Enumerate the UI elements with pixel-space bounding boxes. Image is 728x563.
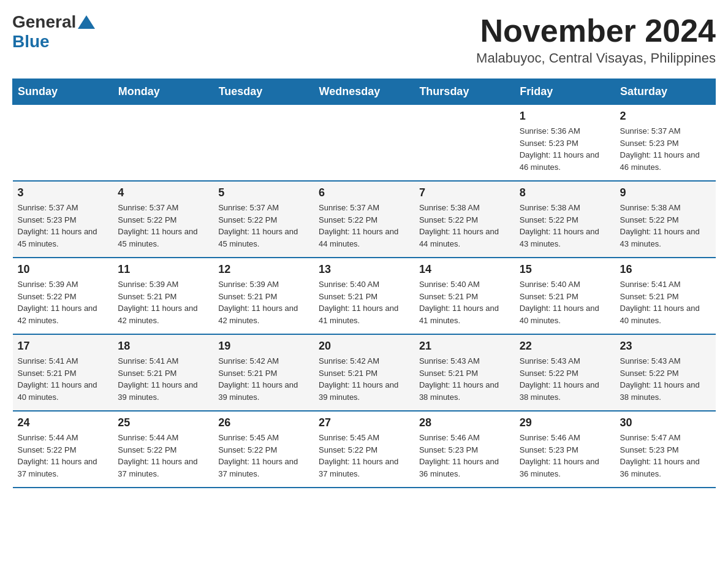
calendar-day-cell: 16Sunrise: 5:41 AM Sunset: 5:21 PM Dayli… [615, 258, 716, 334]
day-info: Sunrise: 5:41 AM Sunset: 5:21 PM Dayligh… [18, 355, 108, 403]
day-info: Sunrise: 5:40 AM Sunset: 5:21 PM Dayligh… [419, 278, 510, 326]
day-number: 18 [118, 340, 208, 353]
weekday-header-sunday: Sunday [13, 79, 113, 105]
logo-triangle-icon [78, 15, 95, 29]
day-info: Sunrise: 5:38 AM Sunset: 5:22 PM Dayligh… [520, 202, 610, 250]
calendar-day-cell [13, 105, 113, 182]
day-number: 19 [218, 340, 309, 353]
day-number: 23 [620, 340, 711, 353]
day-number: 9 [620, 186, 711, 199]
day-number: 11 [118, 263, 208, 276]
weekday-header-tuesday: Tuesday [213, 79, 314, 105]
day-number: 25 [118, 416, 208, 429]
location-title: Malabuyoc, Central Visayas, Philippines [476, 50, 716, 66]
day-info: Sunrise: 5:45 AM Sunset: 5:22 PM Dayligh… [218, 432, 309, 480]
calendar-day-cell: 20Sunrise: 5:42 AM Sunset: 5:21 PM Dayli… [314, 334, 414, 411]
day-info: Sunrise: 5:39 AM Sunset: 5:22 PM Dayligh… [18, 278, 108, 326]
calendar-day-cell: 11Sunrise: 5:39 AM Sunset: 5:21 PM Dayli… [113, 258, 213, 334]
calendar-day-cell: 2Sunrise: 5:37 AM Sunset: 5:23 PM Daylig… [615, 105, 716, 182]
calendar-day-cell: 4Sunrise: 5:37 AM Sunset: 5:22 PM Daylig… [113, 181, 213, 258]
calendar-day-cell: 6Sunrise: 5:37 AM Sunset: 5:22 PM Daylig… [314, 181, 414, 258]
calendar-day-cell: 25Sunrise: 5:44 AM Sunset: 5:22 PM Dayli… [113, 411, 213, 488]
day-number: 27 [319, 416, 409, 429]
calendar-day-cell: 29Sunrise: 5:46 AM Sunset: 5:23 PM Dayli… [515, 411, 615, 488]
calendar-day-cell: 17Sunrise: 5:41 AM Sunset: 5:21 PM Dayli… [13, 334, 113, 411]
calendar-table: SundayMondayTuesdayWednesdayThursdayFrid… [12, 79, 716, 488]
day-number: 24 [18, 416, 108, 429]
calendar-day-cell: 13Sunrise: 5:40 AM Sunset: 5:21 PM Dayli… [314, 258, 414, 334]
calendar-day-cell: 14Sunrise: 5:40 AM Sunset: 5:21 PM Dayli… [414, 258, 515, 334]
day-info: Sunrise: 5:37 AM Sunset: 5:23 PM Dayligh… [620, 125, 711, 173]
calendar-day-cell: 26Sunrise: 5:45 AM Sunset: 5:22 PM Dayli… [213, 411, 314, 488]
calendar-day-cell [213, 105, 314, 182]
calendar-day-cell: 7Sunrise: 5:38 AM Sunset: 5:22 PM Daylig… [414, 181, 515, 258]
day-info: Sunrise: 5:40 AM Sunset: 5:21 PM Dayligh… [520, 278, 610, 326]
calendar-day-cell: 12Sunrise: 5:39 AM Sunset: 5:21 PM Dayli… [213, 258, 314, 334]
weekday-header-wednesday: Wednesday [314, 79, 414, 105]
calendar-day-cell [113, 105, 213, 182]
day-number: 2 [620, 110, 711, 123]
day-number: 15 [520, 263, 610, 276]
day-info: Sunrise: 5:37 AM Sunset: 5:23 PM Dayligh… [18, 202, 108, 250]
day-info: Sunrise: 5:47 AM Sunset: 5:23 PM Dayligh… [620, 432, 711, 480]
calendar-day-cell: 18Sunrise: 5:41 AM Sunset: 5:21 PM Dayli… [113, 334, 213, 411]
weekday-header-row: SundayMondayTuesdayWednesdayThursdayFrid… [13, 79, 716, 105]
calendar-day-cell [414, 105, 515, 182]
calendar-day-cell: 10Sunrise: 5:39 AM Sunset: 5:22 PM Dayli… [13, 258, 113, 334]
calendar-day-cell: 19Sunrise: 5:42 AM Sunset: 5:21 PM Dayli… [213, 334, 314, 411]
day-number: 4 [118, 186, 208, 199]
day-number: 5 [218, 186, 309, 199]
logo: General Blue [12, 12, 97, 52]
calendar-week-row: 24Sunrise: 5:44 AM Sunset: 5:22 PM Dayli… [13, 411, 716, 488]
calendar-week-row: 17Sunrise: 5:41 AM Sunset: 5:21 PM Dayli… [13, 334, 716, 411]
day-info: Sunrise: 5:37 AM Sunset: 5:22 PM Dayligh… [118, 202, 208, 250]
day-number: 14 [419, 263, 510, 276]
day-number: 17 [18, 340, 108, 353]
calendar-week-row: 1Sunrise: 5:36 AM Sunset: 5:23 PM Daylig… [13, 105, 716, 182]
calendar-week-row: 10Sunrise: 5:39 AM Sunset: 5:22 PM Dayli… [13, 258, 716, 334]
title-area: November 2024 Malabuyoc, Central Visayas… [476, 12, 716, 66]
day-number: 6 [319, 186, 409, 199]
day-info: Sunrise: 5:41 AM Sunset: 5:21 PM Dayligh… [118, 355, 208, 403]
day-number: 29 [520, 416, 610, 429]
day-info: Sunrise: 5:38 AM Sunset: 5:22 PM Dayligh… [419, 202, 510, 250]
header: General Blue November 2024 Malabuyoc, Ce… [12, 12, 716, 66]
day-number: 7 [419, 186, 510, 199]
logo-general-text: General [12, 12, 76, 32]
calendar-day-cell: 22Sunrise: 5:43 AM Sunset: 5:22 PM Dayli… [515, 334, 615, 411]
calendar-day-cell: 28Sunrise: 5:46 AM Sunset: 5:23 PM Dayli… [414, 411, 515, 488]
day-info: Sunrise: 5:44 AM Sunset: 5:22 PM Dayligh… [18, 432, 108, 480]
day-number: 28 [419, 416, 510, 429]
weekday-header-friday: Friday [515, 79, 615, 105]
weekday-header-saturday: Saturday [615, 79, 716, 105]
day-info: Sunrise: 5:44 AM Sunset: 5:22 PM Dayligh… [118, 432, 208, 480]
logo-blue-text: Blue [12, 32, 50, 52]
day-number: 10 [18, 263, 108, 276]
calendar-day-cell: 30Sunrise: 5:47 AM Sunset: 5:23 PM Dayli… [615, 411, 716, 488]
day-info: Sunrise: 5:45 AM Sunset: 5:22 PM Dayligh… [319, 432, 409, 480]
day-number: 8 [520, 186, 610, 199]
calendar-day-cell: 3Sunrise: 5:37 AM Sunset: 5:23 PM Daylig… [13, 181, 113, 258]
day-number: 20 [319, 340, 409, 353]
day-number: 3 [18, 186, 108, 199]
day-info: Sunrise: 5:39 AM Sunset: 5:21 PM Dayligh… [218, 278, 309, 326]
day-number: 1 [520, 110, 610, 123]
calendar-day-cell: 23Sunrise: 5:43 AM Sunset: 5:22 PM Dayli… [615, 334, 716, 411]
day-info: Sunrise: 5:38 AM Sunset: 5:22 PM Dayligh… [620, 202, 711, 250]
calendar-day-cell: 27Sunrise: 5:45 AM Sunset: 5:22 PM Dayli… [314, 411, 414, 488]
day-number: 12 [218, 263, 309, 276]
calendar-day-cell: 5Sunrise: 5:37 AM Sunset: 5:22 PM Daylig… [213, 181, 314, 258]
calendar-day-cell: 21Sunrise: 5:43 AM Sunset: 5:21 PM Dayli… [414, 334, 515, 411]
day-info: Sunrise: 5:37 AM Sunset: 5:22 PM Dayligh… [319, 202, 409, 250]
month-title: November 2024 [476, 12, 716, 49]
day-info: Sunrise: 5:39 AM Sunset: 5:21 PM Dayligh… [118, 278, 208, 326]
day-info: Sunrise: 5:40 AM Sunset: 5:21 PM Dayligh… [319, 278, 409, 326]
day-number: 16 [620, 263, 711, 276]
day-info: Sunrise: 5:37 AM Sunset: 5:22 PM Dayligh… [218, 202, 309, 250]
day-number: 21 [419, 340, 510, 353]
weekday-header-monday: Monday [113, 79, 213, 105]
calendar-day-cell: 15Sunrise: 5:40 AM Sunset: 5:21 PM Dayli… [515, 258, 615, 334]
day-info: Sunrise: 5:43 AM Sunset: 5:22 PM Dayligh… [620, 355, 711, 403]
day-number: 30 [620, 416, 711, 429]
weekday-header-thursday: Thursday [414, 79, 515, 105]
